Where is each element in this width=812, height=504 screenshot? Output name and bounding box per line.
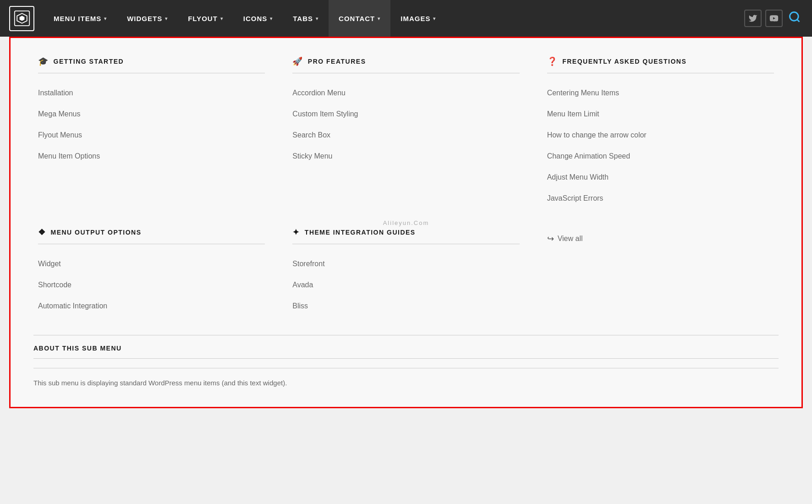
nav-label-widgets: WIDGETS (127, 15, 162, 22)
nav-item-tabs[interactable]: TABS ▾ (283, 0, 329, 37)
mega-col-1-row2: ❖ MENU OUTPUT OPTIONS Widget Shortcode A… (33, 227, 269, 317)
link-search-box[interactable]: Search Box (292, 125, 519, 146)
view-all-label: View all (558, 235, 583, 243)
nav-item-images[interactable]: IMAGES ▾ (390, 0, 446, 37)
section-menu-output-label: MENU OUTPUT OPTIONS (51, 229, 142, 236)
mega-col-2: 🚀 PRO FEATURES Accordion Menu Custom Ite… (288, 56, 524, 209)
section-faq-title: ❓ FREQUENTLY ASKED QUESTIONS (547, 56, 774, 73)
chevron-down-icon: ▾ (270, 16, 273, 21)
navbar: MENU ITEMS ▾ WIDGETS ▾ FLYOUT ▾ ICONS ▾ … (0, 0, 812, 37)
arrow-right-icon: ↪ (547, 234, 554, 244)
link-centering-menu-items[interactable]: Centering Menu Items (547, 82, 774, 104)
link-menu-item-options[interactable]: Menu Item Options (38, 146, 265, 167)
link-custom-item-styling[interactable]: Custom Item Styling (292, 104, 519, 125)
mega-col-3-row2: ↪ View all (543, 227, 779, 317)
link-widget[interactable]: Widget (38, 253, 265, 274)
link-bliss[interactable]: Bliss (292, 296, 519, 317)
mega-col-1: 🎓 GETTING STARTED Installation Mega Menu… (33, 56, 269, 209)
section-faq-label: FREQUENTLY ASKED QUESTIONS (562, 58, 686, 65)
nav-label-tabs: TABS (293, 15, 313, 22)
watermark: Alileyun.Com (383, 219, 429, 226)
section-theme-integration-label: THEME INTEGRATION GUIDES (305, 229, 416, 236)
section-theme-integration-title: ✦ THEME INTEGRATION GUIDES (292, 227, 519, 244)
link-javascript-errors[interactable]: JavaScript Errors (547, 188, 774, 209)
section-getting-started-title: 🎓 GETTING STARTED (38, 56, 265, 73)
svg-point-1 (790, 12, 799, 21)
search-button[interactable] (786, 9, 803, 28)
nav-item-flyout[interactable]: FLYOUT ▾ (178, 0, 233, 37)
link-storefront[interactable]: Storefront (292, 253, 519, 274)
nav-item-widgets[interactable]: WIDGETS ▾ (117, 0, 178, 37)
nav-item-contact[interactable]: CONTACT ▾ (329, 0, 390, 37)
chevron-down-icon: ▾ (316, 16, 318, 21)
link-installation[interactable]: Installation (38, 82, 265, 104)
link-adjust-menu-width[interactable]: Adjust Menu Width (547, 167, 774, 188)
section-pro-features-label: PRO FEATURES (308, 58, 366, 65)
about-text: This sub menu is displaying standard Wor… (33, 378, 779, 389)
twitter-button[interactable] (744, 10, 762, 27)
link-mega-menus[interactable]: Mega Menus (38, 104, 265, 125)
nav-label-icons: ICONS (243, 15, 268, 22)
mortarboard-icon: 🎓 (38, 56, 49, 66)
about-divider (33, 368, 779, 368)
output-icon: ❖ (38, 227, 46, 237)
site-logo[interactable] (9, 6, 34, 31)
link-avada[interactable]: Avada (292, 274, 519, 296)
chevron-down-icon: ▾ (220, 16, 223, 21)
nav-label-menu-items: MENU ITEMS (54, 15, 101, 22)
mega-col-3: ❓ FREQUENTLY ASKED QUESTIONS Centering M… (543, 56, 779, 209)
about-title: ABOUT THIS SUB MENU (33, 345, 779, 359)
chevron-down-icon: ▾ (104, 16, 107, 21)
mega-col-2-row2: ✦ THEME INTEGRATION GUIDES Storefront Av… (288, 227, 524, 317)
nav-items: MENU ITEMS ▾ WIDGETS ▾ FLYOUT ▾ ICONS ▾ … (44, 0, 744, 37)
chevron-down-icon: ▾ (165, 16, 168, 21)
link-menu-item-limit[interactable]: Menu Item Limit (547, 104, 774, 125)
link-flyout-menus[interactable]: Flyout Menus (38, 125, 265, 146)
nav-item-icons[interactable]: ICONS ▾ (233, 0, 283, 37)
mega-menu-row2: ❖ MENU OUTPUT OPTIONS Widget Shortcode A… (33, 227, 779, 317)
nav-label-contact: CONTACT (339, 15, 375, 22)
section-pro-features-title: 🚀 PRO FEATURES (292, 56, 519, 73)
nav-right-icons (744, 9, 803, 28)
mega-menu: Alileyun.Com 🎓 GETTING STARTED Installat… (9, 37, 803, 408)
link-shortcode[interactable]: Shortcode (38, 274, 265, 296)
link-animation-speed[interactable]: Change Animation Speed (547, 146, 774, 167)
chevron-down-icon: ▾ (378, 16, 380, 21)
nav-label-images: IMAGES (401, 15, 430, 22)
link-sticky-menu[interactable]: Sticky Menu (292, 146, 519, 167)
chevron-down-icon: ▾ (433, 16, 436, 21)
link-automatic-integration[interactable]: Automatic Integration (38, 296, 265, 317)
link-arrow-color[interactable]: How to change the arrow color (547, 125, 774, 146)
link-accordion-menu[interactable]: Accordion Menu (292, 82, 519, 104)
nav-item-menu-items[interactable]: MENU ITEMS ▾ (44, 0, 117, 37)
about-section: ABOUT THIS SUB MENU This sub menu is dis… (33, 335, 779, 389)
question-icon: ❓ (547, 56, 558, 66)
mega-menu-grid: 🎓 GETTING STARTED Installation Mega Menu… (33, 56, 779, 209)
section-getting-started-label: GETTING STARTED (54, 58, 124, 65)
nav-label-flyout: FLYOUT (188, 15, 218, 22)
youtube-button[interactable] (765, 10, 783, 27)
theme-icon: ✦ (292, 227, 300, 237)
section-menu-output-title: ❖ MENU OUTPUT OPTIONS (38, 227, 265, 244)
rocket-icon: 🚀 (292, 56, 303, 66)
link-view-all[interactable]: ↪ View all (547, 227, 774, 250)
